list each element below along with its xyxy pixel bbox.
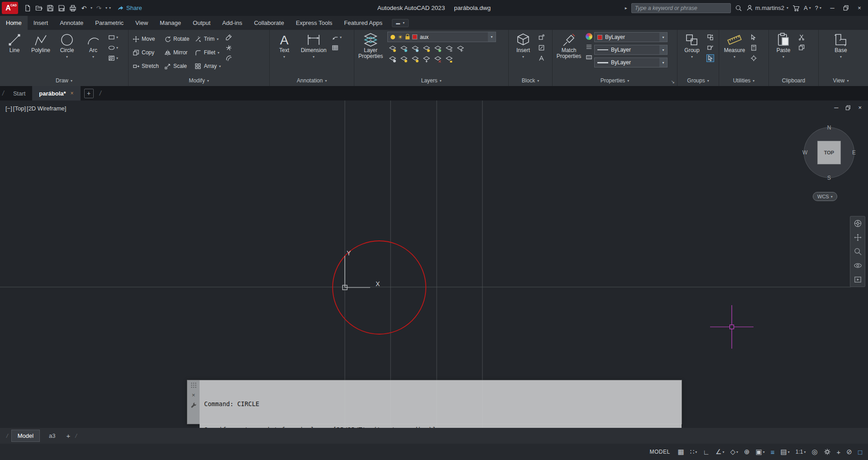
layer-unlock-button[interactable]: [445, 55, 453, 63]
command-window[interactable]: × Command: CIRCLE Specify center point f…: [187, 380, 682, 424]
isolate-objects-button[interactable]: ⊘: [844, 446, 854, 458]
viewcube-north[interactable]: N: [802, 125, 856, 131]
clean-screen-button[interactable]: □: [856, 446, 864, 458]
drawing-restore-button[interactable]: [845, 105, 851, 110]
minimize-button[interactable]: ─: [825, 0, 839, 16]
workspace-settings-button[interactable]: [821, 446, 833, 458]
zoom-button[interactable]: [854, 247, 862, 256]
match-properties-button[interactable]: Match Properties: [554, 31, 584, 75]
restore-button[interactable]: [839, 0, 853, 16]
plot-style-button[interactable]: [586, 43, 592, 50]
annotation-panel-label[interactable]: Annotation▾: [270, 75, 354, 86]
layer-on-icon[interactable]: [391, 35, 395, 39]
line-button[interactable]: Line: [1, 31, 28, 75]
view-panel-label[interactable]: View▾: [819, 75, 863, 86]
fillet-dropdown-icon[interactable]: ▾: [218, 51, 219, 55]
lineweight-dropdown[interactable]: ByLayer ▾: [594, 58, 668, 67]
model-space-toggle[interactable]: MODEL: [645, 449, 674, 455]
arc-button[interactable]: Arc ▾: [80, 31, 106, 75]
lineweight-dropdown-arrow[interactable]: ▾: [659, 58, 667, 67]
utilities-panel-label[interactable]: Utilities▾: [719, 75, 768, 86]
paste-dropdown-icon[interactable]: ▾: [782, 54, 784, 60]
dimension-dropdown-icon[interactable]: ▾: [313, 54, 315, 60]
scale-button[interactable]: Scale: [162, 59, 192, 73]
command-window-grip[interactable]: [191, 382, 197, 388]
dialog-launcher-icon[interactable]: ↘: [671, 79, 675, 84]
new-file-button[interactable]: [22, 2, 33, 14]
insert-block-button[interactable]: Insert ▾: [510, 31, 536, 75]
layer-merge-button[interactable]: [423, 55, 430, 63]
steering-wheel-button[interactable]: [854, 219, 862, 228]
layer-thaw-all-button[interactable]: [400, 55, 408, 63]
search-button[interactable]: [735, 5, 742, 12]
rotate-button[interactable]: Rotate: [162, 32, 192, 46]
tab-add-ins[interactable]: Add-ins: [216, 16, 248, 30]
color-dropdown-arrow[interactable]: ▾: [659, 33, 667, 42]
tab-output[interactable]: Output: [187, 16, 216, 30]
dropdown-icon[interactable]: ▾: [788, 450, 790, 454]
help-button[interactable]: ?▾: [815, 5, 821, 11]
base-view-button[interactable]: Base ▾: [828, 31, 854, 75]
viewcube[interactable]: N W E S TOP: [802, 125, 856, 180]
object-snap-toggle[interactable]: ▣▾: [754, 446, 767, 458]
search-collapse-icon[interactable]: ▸: [625, 5, 627, 10]
new-layout-button[interactable]: +: [65, 432, 72, 440]
command-customize-icon[interactable]: [191, 402, 197, 408]
color-wheel-button[interactable]: [586, 33, 592, 40]
tab-manage[interactable]: Manage: [154, 16, 187, 30]
viewcube-east[interactable]: E: [852, 149, 856, 156]
tab-model[interactable]: Model: [11, 430, 40, 442]
rectangle-button[interactable]: ▾: [108, 34, 118, 41]
paste-button[interactable]: Paste ▾: [770, 31, 796, 75]
ribbon-display-toggle[interactable]: ▬▾: [392, 19, 409, 27]
object-color-dropdown[interactable]: ByLayer ▾: [594, 32, 668, 42]
wcs-menu[interactable]: WCS ▾: [813, 192, 837, 201]
selection-cycling-toggle[interactable]: ▤▾: [778, 446, 792, 458]
qat-customize-icon[interactable]: ▾: [109, 6, 111, 10]
tab-view[interactable]: View: [129, 16, 154, 30]
undo-dropdown-icon[interactable]: ▾: [91, 6, 92, 10]
cut-button[interactable]: [798, 34, 805, 41]
layers-panel-label[interactable]: Layers▾: [354, 75, 508, 86]
mirror-button[interactable]: Mirror: [162, 46, 192, 59]
move-button[interactable]: Move: [130, 32, 162, 46]
autodesk-account-button[interactable]: A▾: [804, 5, 811, 11]
quick-calculator-button[interactable]: [750, 44, 757, 51]
array-dropdown-icon[interactable]: ▾: [219, 64, 221, 68]
layer-properties-button[interactable]: Layer Properties: [356, 31, 386, 75]
share-button[interactable]: Share: [117, 5, 142, 11]
plot-button[interactable]: [67, 2, 78, 14]
view-control[interactable]: [Top]: [13, 105, 26, 112]
orbit-button[interactable]: [854, 261, 862, 270]
offset-button[interactable]: [225, 55, 232, 62]
viewcube-south[interactable]: S: [802, 175, 856, 181]
object-snap-tracking-toggle[interactable]: ⊕: [742, 446, 752, 458]
layer-isolate-button[interactable]: [400, 45, 408, 53]
quick-select-button[interactable]: [750, 34, 757, 41]
table-button[interactable]: [332, 44, 342, 51]
tab-annotate[interactable]: Annotate: [54, 16, 89, 30]
groups-panel-label[interactable]: Groups▾: [677, 75, 719, 86]
group-button[interactable]: Group ▾: [679, 31, 705, 75]
text-button[interactable]: A Text ▾: [271, 31, 297, 75]
tab-start[interactable]: Start: [6, 86, 32, 101]
tab-layout-a3[interactable]: a3: [43, 430, 61, 441]
layer-lock-icon[interactable]: [405, 36, 410, 39]
group-selection-toggle[interactable]: [707, 55, 714, 62]
layer-thaw-icon[interactable]: ☀: [398, 35, 403, 39]
polyline-button[interactable]: Polyline: [28, 31, 54, 75]
hatch-button[interactable]: ▾: [108, 55, 118, 62]
dimension-button[interactable]: Dimension ▾: [297, 31, 330, 75]
tab-featured-apps[interactable]: Featured Apps: [338, 16, 388, 30]
annotation-visibility-toggle[interactable]: ◎: [810, 446, 820, 458]
show-motion-button[interactable]: [854, 275, 862, 284]
status-customization-button[interactable]: +: [835, 446, 843, 458]
drawing-close-button[interactable]: ×: [858, 104, 862, 111]
make-current-button[interactable]: [434, 45, 442, 53]
undo-button[interactable]: ↶: [78, 2, 90, 14]
close-tab-icon[interactable]: ×: [71, 90, 74, 96]
text-dropdown-icon[interactable]: ▾: [283, 54, 285, 60]
lineweight-toggle[interactable]: ≡: [768, 446, 777, 458]
ungroup-button[interactable]: [707, 34, 714, 41]
search-field[interactable]: [631, 3, 731, 13]
